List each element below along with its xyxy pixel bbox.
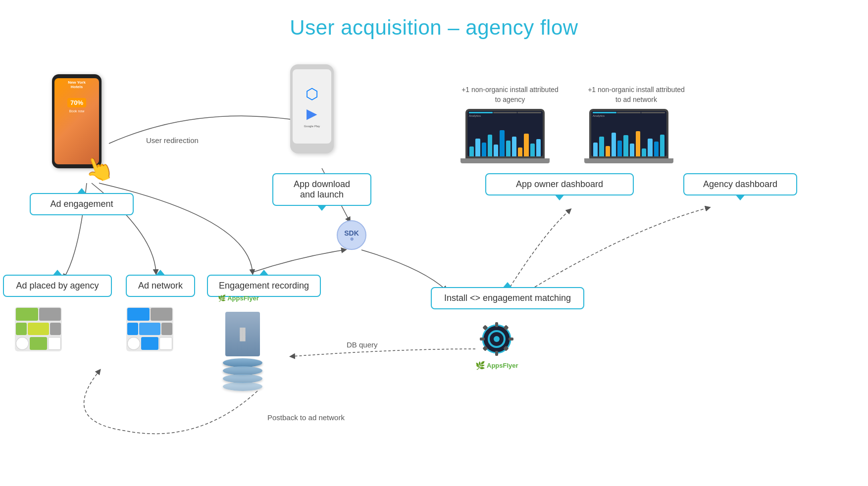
page-title: User acquisition – agency flow <box>0 0 868 40</box>
appsflyer-logo-engagement: 🌿 AppsFlyer <box>218 294 259 302</box>
ad-network-callout: Ad network <box>126 275 195 297</box>
non-organic-adnetwork-note: +1 non-organic install attributed to ad … <box>587 85 686 104</box>
app-owner-dashboard-callout: App owner dashboard <box>485 173 634 195</box>
appsflyer-brand-label: AppsFlyer <box>487 362 518 369</box>
db-query-label: DB query <box>347 340 378 349</box>
user-redirection-label: User redirection <box>146 136 199 145</box>
engagement-recording-callout: Engagement recording <box>207 275 321 297</box>
svg-rect-7 <box>495 351 498 356</box>
svg-rect-6 <box>495 322 498 327</box>
postback-label: Postback to ad network <box>267 413 345 422</box>
apple-icon: ⬡ <box>306 85 318 102</box>
ad-network-visual <box>126 307 173 351</box>
agency-dashboard-callout: Agency dashboard <box>683 173 797 195</box>
ad-placed-callout: Ad placed by agency <box>3 275 112 297</box>
app-download-callout: App download and launch <box>272 173 371 206</box>
install-matching-callout: Install <> engagement matching <box>431 287 584 309</box>
appsflyer-matching: 🌿 AppsFlyer <box>475 319 518 370</box>
ad-engagement-callout: Ad engagement <box>30 193 134 215</box>
sdk-icon: SDK ⚙ <box>337 220 366 250</box>
ad-placed-visual <box>15 307 62 351</box>
server-stack: ██████ <box>223 312 262 392</box>
non-organic-agency-note: +1 non-organic install attributed to age… <box>460 85 560 104</box>
phone-illustration: New YorkHotels 70% Book now 👆 <box>45 74 109 178</box>
google-play-icon: ▶ <box>306 105 317 122</box>
app-owner-laptop: Analytics <box>465 109 550 163</box>
svg-point-5 <box>494 336 500 342</box>
agency-laptop: Analytics <box>589 109 673 163</box>
google-play-label: Google Play <box>304 125 320 128</box>
svg-rect-9 <box>509 338 513 340</box>
svg-rect-8 <box>480 338 485 340</box>
appstore-phone: ⬡ ▶ Google Play <box>285 64 339 163</box>
